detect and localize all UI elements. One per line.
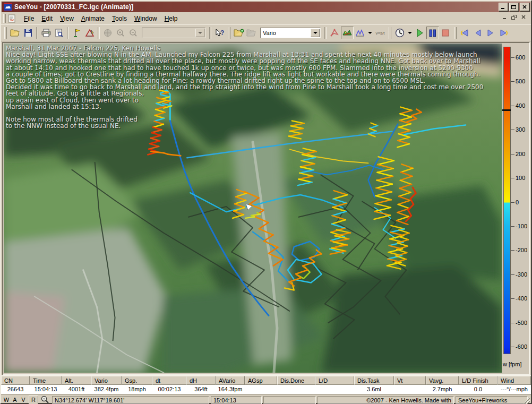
- close-flight-button[interactable]: [245, 27, 258, 39]
- column-header-time[interactable]: Time: [30, 376, 62, 385]
- context-help-button[interactable]: ?: [213, 27, 226, 39]
- mdi-minimize-button[interactable]: [501, 14, 509, 21]
- flight-note-line: feet of altitude. Got up a little at Reg…: [6, 90, 483, 97]
- color-by-combo-arrow[interactable]: [311, 29, 320, 37]
- scale-tick-label: 0: [516, 199, 519, 205]
- graph-dropdown-arrow[interactable]: [366, 27, 374, 39]
- resize-grip[interactable]: [522, 397, 530, 404]
- measure-tool-button[interactable]: [83, 27, 96, 39]
- scale-tick: [511, 57, 514, 58]
- column-header-l-d-finish[interactable]: L/D Finish: [459, 376, 497, 385]
- vario-colorbar: [503, 47, 511, 354]
- cell-alt-: 4001ft: [62, 385, 91, 394]
- print-button[interactable]: [40, 27, 53, 39]
- menu-file[interactable]: File: [20, 13, 38, 24]
- stop-button[interactable]: [439, 27, 452, 39]
- speed-summary-button[interactable]: v=s/t: [374, 27, 387, 39]
- route-view-button[interactable]: [328, 27, 341, 39]
- cell-vario: 382.4fpm: [91, 385, 122, 394]
- menu-animate[interactable]: Animate: [78, 13, 108, 24]
- minimize-button[interactable]: [499, 3, 508, 11]
- close-button[interactable]: [520, 3, 529, 11]
- step-forward-button[interactable]: [484, 27, 497, 39]
- status-bar: W A V R N34°12.674' W117°19.601' 15:04:1…: [1, 394, 531, 404]
- speed-icon-label: v=s/t: [375, 31, 384, 35]
- save-button[interactable]: [22, 27, 35, 39]
- mdi-buttons: [499, 14, 528, 21]
- cell-dis-done: [277, 385, 315, 394]
- time-panel: 15:04:13: [211, 396, 262, 404]
- toolbar-grip[interactable]: [454, 27, 457, 39]
- play-button[interactable]: [414, 27, 426, 39]
- toolbar-separator: [324, 27, 327, 39]
- vario-scale-unit: w [fpm]: [503, 361, 521, 367]
- cell-vavg-: 2.7mph: [426, 385, 459, 394]
- cell-l-d: [315, 385, 354, 394]
- waypoint-flag-button[interactable]: [71, 27, 83, 39]
- clock-dropdown-arrow[interactable]: [406, 27, 414, 39]
- mode-letter-v: V: [19, 397, 28, 403]
- scale-tick: [511, 202, 514, 203]
- menu-window[interactable]: Window: [131, 13, 161, 24]
- zoom-in-button[interactable]: [114, 27, 127, 39]
- toolbar-grip[interactable]: [228, 27, 230, 39]
- column-header-dt[interactable]: dt: [152, 376, 186, 385]
- mdi-close-button[interactable]: [520, 14, 528, 21]
- flight-note-line: at about 14:10 and hooked one that had t…: [6, 65, 483, 71]
- zoom-level-combo[interactable]: [142, 28, 205, 38]
- zoom-combo-arrow[interactable]: [195, 29, 204, 37]
- maximize-button[interactable]: [509, 3, 519, 11]
- scale-tick-label: 100: [516, 175, 525, 181]
- terrain-3d-view-button[interactable]: [341, 27, 354, 39]
- toolbar-grip[interactable]: [4, 27, 7, 39]
- go-to-end-button[interactable]: [497, 27, 510, 39]
- column-header-dh[interactable]: dH: [186, 376, 216, 385]
- mdi-restore-button[interactable]: [510, 14, 518, 21]
- zoom-out-button[interactable]: [127, 27, 140, 39]
- color-by-combo[interactable]: Vario: [260, 28, 321, 38]
- scale-tick-label: -100: [516, 223, 527, 229]
- cell-dis-task: 3.6ml: [354, 385, 394, 394]
- stats-table-row: 2664315:04:134001ft382.4fpm18mph00:02:13…: [1, 385, 531, 394]
- column-header-vt[interactable]: Vt: [394, 376, 426, 385]
- print-preview-button[interactable]: [53, 27, 65, 39]
- cell-vt: [394, 385, 426, 394]
- column-header-alt-[interactable]: Alt.: [62, 376, 91, 385]
- globe-button[interactable]: [101, 27, 114, 39]
- open-file-button[interactable]: [9, 27, 22, 39]
- menu-edit[interactable]: Edit: [38, 13, 56, 24]
- column-header-agsp[interactable]: AGsp: [245, 376, 277, 385]
- flight-document-icon[interactable]: [8, 14, 17, 23]
- column-header-avario[interactable]: AVario: [216, 376, 245, 385]
- column-header-gsp-[interactable]: Gsp.: [122, 376, 152, 385]
- column-header-l-d[interactable]: L/D: [315, 376, 354, 385]
- add-flight-button[interactable]: [233, 27, 245, 39]
- scale-tick-label: -500: [516, 320, 527, 326]
- pause-button[interactable]: [426, 27, 439, 39]
- menu-grip[interactable]: [3, 14, 6, 23]
- scale-tick-label: 500: [516, 78, 525, 84]
- column-header-cn[interactable]: CN: [1, 376, 30, 385]
- animation-clock-button[interactable]: [393, 27, 406, 39]
- map-3d-view[interactable]: Marshall, 31 Mar 2007 - Falcon 225, Ken …: [4, 44, 502, 373]
- step-back-button[interactable]: [471, 27, 484, 39]
- flight-note-line: Marshall and landed at 15:13.: [6, 104, 483, 110]
- record-mode-button[interactable]: R: [29, 396, 38, 404]
- go-to-start-button[interactable]: [459, 27, 471, 39]
- column-header-dis-done[interactable]: Dis.Done: [277, 376, 315, 385]
- menu-help[interactable]: Help: [161, 13, 182, 24]
- column-header-vavg-[interactable]: Vavg.: [426, 376, 459, 385]
- flight-graph-button[interactable]: [354, 27, 366, 39]
- mode-letter-w: W: [2, 397, 11, 403]
- scale-tick-label: -300: [516, 271, 527, 278]
- column-header-dis-task[interactable]: Dis.Task: [354, 376, 394, 385]
- toolbar-grip[interactable]: [389, 27, 391, 39]
- vario-color-scale: 6005004003002001000-100-200-300-400-500-…: [502, 44, 528, 373]
- cell-cn: 26643: [1, 385, 30, 394]
- column-header-wind[interactable]: Wind: [497, 376, 531, 385]
- title-bar[interactable]: SeeYou - [20070331_FC.igc (Animate)]: [2, 2, 530, 12]
- column-header-vario[interactable]: Vario: [91, 376, 122, 385]
- menu-tools[interactable]: Tools: [108, 13, 131, 24]
- flight-notes-overlay: Marshall, 31 Mar 2007 - Falcon 225, Ken …: [6, 45, 483, 130]
- menu-view[interactable]: View: [56, 13, 78, 24]
